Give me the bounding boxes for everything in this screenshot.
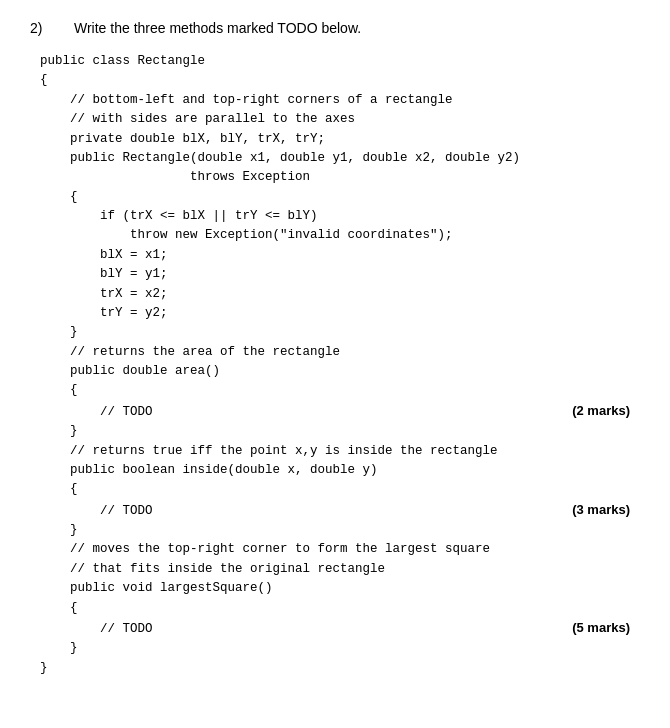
code-text: // TODO [40, 403, 153, 422]
code-line: trY = y2; [40, 304, 640, 323]
code-line: public Rectangle(double x1, double y1, d… [40, 149, 640, 168]
code-text: { [40, 599, 78, 618]
code-line: // TODO(3 marks) [40, 500, 640, 521]
code-text: // returns the area of the rectangle [40, 343, 340, 362]
question-number: 2) [30, 20, 54, 36]
code-text: } [40, 659, 48, 678]
code-text: public void largestSquare() [40, 579, 273, 598]
code-block: public class Rectangle{ // bottom-left a… [30, 52, 640, 678]
code-line: } [40, 659, 640, 678]
code-text: trX = x2; [40, 285, 168, 304]
code-text: public double area() [40, 362, 220, 381]
code-line: throw new Exception("invalid coordinates… [40, 226, 640, 245]
code-line: blY = y1; [40, 265, 640, 284]
code-text: { [40, 381, 78, 400]
code-line: } [40, 521, 640, 540]
code-line: { [40, 599, 640, 618]
code-text: public boolean inside(double x, double y… [40, 461, 378, 480]
code-line: { [40, 188, 640, 207]
code-text: } [40, 422, 78, 441]
code-text: { [40, 71, 48, 90]
code-text: // bottom-left and top-right corners of … [40, 91, 453, 110]
code-line: // moves the top-right corner to form th… [40, 540, 640, 559]
code-text: trY = y2; [40, 304, 168, 323]
code-text: // with sides are parallel to the axes [40, 110, 355, 129]
code-text: // TODO [40, 620, 153, 639]
code-text: throw new Exception("invalid coordinates… [40, 226, 453, 245]
code-line: public boolean inside(double x, double y… [40, 461, 640, 480]
code-line: private double blX, blY, trX, trY; [40, 130, 640, 149]
code-line: public class Rectangle [40, 52, 640, 71]
code-text: // moves the top-right corner to form th… [40, 540, 490, 559]
marks-label: (3 marks) [572, 500, 640, 520]
code-text: { [40, 480, 78, 499]
code-line: // bottom-left and top-right corners of … [40, 91, 640, 110]
code-text: // returns true iff the point x,y is ins… [40, 442, 498, 461]
code-text: public class Rectangle [40, 52, 205, 71]
question-header: 2) Write the three methods marked TODO b… [30, 20, 640, 36]
question-text: Write the three methods marked TODO belo… [74, 20, 640, 36]
code-text: public Rectangle(double x1, double y1, d… [40, 149, 520, 168]
code-line: } [40, 422, 640, 441]
code-text: { [40, 188, 78, 207]
code-line: public void largestSquare() [40, 579, 640, 598]
code-text: blX = x1; [40, 246, 168, 265]
code-line: // with sides are parallel to the axes [40, 110, 640, 129]
code-line: { [40, 480, 640, 499]
code-line: // that fits inside the original rectang… [40, 560, 640, 579]
code-text: private double blX, blY, trX, trY; [40, 130, 325, 149]
code-text: blY = y1; [40, 265, 168, 284]
code-line: // TODO(5 marks) [40, 618, 640, 639]
code-line: trX = x2; [40, 285, 640, 304]
code-text: // that fits inside the original rectang… [40, 560, 385, 579]
code-line: // returns the area of the rectangle [40, 343, 640, 362]
code-text: } [40, 639, 78, 658]
code-text: throws Exception [40, 168, 310, 187]
code-line: } [40, 323, 640, 342]
code-line: // TODO(2 marks) [40, 401, 640, 422]
code-line: } [40, 639, 640, 658]
code-text: } [40, 521, 78, 540]
marks-label: (2 marks) [572, 401, 640, 421]
code-line: public double area() [40, 362, 640, 381]
code-line: // returns true iff the point x,y is ins… [40, 442, 640, 461]
code-text: // TODO [40, 502, 153, 521]
code-text: } [40, 323, 78, 342]
code-line: { [40, 71, 640, 90]
code-text: if (trX <= blX || trY <= blY) [40, 207, 318, 226]
code-line: if (trX <= blX || trY <= blY) [40, 207, 640, 226]
code-line: throws Exception [40, 168, 640, 187]
code-line: blX = x1; [40, 246, 640, 265]
code-line: { [40, 381, 640, 400]
marks-label: (5 marks) [572, 618, 640, 638]
